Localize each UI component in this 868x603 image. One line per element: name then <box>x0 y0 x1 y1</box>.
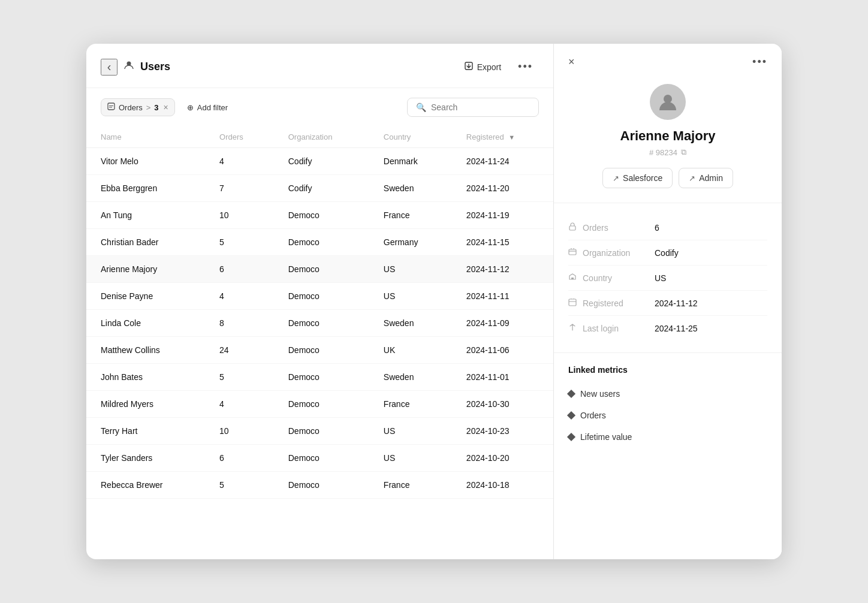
metric-diamond-icon <box>567 411 575 420</box>
table-row[interactable]: John Bates5DemocoSweden2024-11-01 <box>86 364 553 391</box>
cell-orders: 10 <box>205 202 274 229</box>
cell-orders: 6 <box>205 445 274 472</box>
cell-registered: 2024-11-11 <box>452 283 553 310</box>
cell-registered: 2024-11-15 <box>452 229 553 256</box>
filter-chip-arrow: > <box>146 103 151 112</box>
user-id-text: # 98234 <box>649 148 677 157</box>
cell-orders: 4 <box>205 283 274 310</box>
filter-chip-value: 3 <box>154 103 158 112</box>
left-panel: ‹ Users Export ••• <box>86 44 554 559</box>
table-row[interactable]: Matthew Collins24DemocoUK2024-11-06 <box>86 337 553 364</box>
right-panel: × ••• Arienne Majory # 98234 ⧉ ↗ Salesfo… <box>554 44 782 559</box>
search-input[interactable] <box>431 102 530 112</box>
cell-registered: 2024-10-18 <box>452 472 553 499</box>
col-registered[interactable]: Registered ▼ <box>452 126 553 148</box>
cell-organization: Democo <box>274 256 369 283</box>
cell-organization: Democo <box>274 418 369 445</box>
detail-more-button[interactable]: ••• <box>752 56 767 68</box>
cell-registered: 2024-11-01 <box>452 364 553 391</box>
cell-organization: Democo <box>274 445 369 472</box>
admin-label: Admin <box>699 173 723 183</box>
table-row[interactable]: Denise Payne4DemocoUS2024-11-11 <box>86 283 553 310</box>
user-profile: Arienne Majory # 98234 ⧉ ↗ Salesforce ↗ … <box>554 78 782 203</box>
field-label-1: Organization <box>583 248 655 258</box>
export-button[interactable]: Export <box>459 59 506 75</box>
salesforce-button[interactable]: ↗ Salesforce <box>602 168 673 188</box>
table-row[interactable]: Rebecca Brewer5DemocoFrance2024-10-18 <box>86 472 553 499</box>
cell-organization: Codify <box>274 175 369 202</box>
field-value-2: US <box>655 273 767 283</box>
col-name: Name <box>86 126 205 148</box>
field-label-3: Registered <box>583 299 655 308</box>
cell-orders: 10 <box>205 418 274 445</box>
detail-field-row: Last login 2024-11-25 <box>568 316 767 340</box>
cell-country: Denmark <box>369 148 452 175</box>
col-orders: Orders <box>205 126 274 148</box>
metric-item[interactable]: Lifetime value <box>568 426 767 448</box>
cell-registered: 2024-11-24 <box>452 148 553 175</box>
cell-country: Sweden <box>369 364 452 391</box>
admin-button[interactable]: ↗ Admin <box>679 168 733 188</box>
cell-orders: 8 <box>205 310 274 337</box>
close-button[interactable]: × <box>568 56 575 68</box>
copy-icon[interactable]: ⧉ <box>681 147 686 157</box>
more-options-button[interactable]: ••• <box>514 58 537 76</box>
svg-rect-7 <box>569 249 576 255</box>
cell-registered: 2024-11-09 <box>452 310 553 337</box>
left-header: ‹ Users Export ••• <box>86 44 553 88</box>
cell-name: Rebecca Brewer <box>86 472 205 499</box>
admin-ext-icon: ↗ <box>689 174 695 183</box>
table-row[interactable]: An Tung10DemocoFrance2024-11-19 <box>86 202 553 229</box>
cell-orders: 5 <box>205 472 274 499</box>
detail-user-name: Arienne Majory <box>620 128 716 144</box>
cell-orders: 5 <box>205 229 274 256</box>
cell-name: Denise Payne <box>86 283 205 310</box>
cell-registered: 2024-10-30 <box>452 391 553 418</box>
export-icon <box>464 61 474 73</box>
metric-item[interactable]: New users <box>568 383 767 405</box>
filter-chip-close[interactable]: × <box>164 102 168 112</box>
cell-name: John Bates <box>86 364 205 391</box>
cell-name: Mildred Myers <box>86 391 205 418</box>
cell-organization: Democo <box>274 310 369 337</box>
action-buttons: ↗ Salesforce ↗ Admin <box>602 168 733 188</box>
table-row[interactable]: Christian Bader5DemocoGermany2024-11-15 <box>86 229 553 256</box>
table-row[interactable]: Arienne Majory6DemocoUS2024-11-12 <box>86 256 553 283</box>
field-icon-1 <box>568 248 583 258</box>
cell-name: Terry Hart <box>86 418 205 445</box>
orders-filter-chip[interactable]: Orders > 3 × <box>101 98 175 116</box>
cell-organization: Democo <box>274 202 369 229</box>
table-row[interactable]: Terry Hart10DemocoUS2024-10-23 <box>86 418 553 445</box>
table-header-row: Name Orders Organization Country Registe… <box>86 126 553 148</box>
users-table: Name Orders Organization Country Registe… <box>86 126 553 559</box>
table-row[interactable]: Linda Cole8DemocoSweden2024-11-09 <box>86 310 553 337</box>
cell-country: France <box>369 202 452 229</box>
cell-country: UK <box>369 337 452 364</box>
cell-country: US <box>369 256 452 283</box>
table-row[interactable]: Vitor Melo4CodifyDenmark2024-11-24 <box>86 148 553 175</box>
svg-rect-3 <box>109 105 113 106</box>
table-row[interactable]: Ebba Berggren7CodifySweden2024-11-20 <box>86 175 553 202</box>
metric-diamond-icon <box>567 433 575 441</box>
back-button[interactable]: ‹ <box>101 59 117 76</box>
metric-item[interactable]: Orders <box>568 405 767 426</box>
col-organization: Organization <box>274 126 369 148</box>
detail-field-row: Orders 6 <box>568 215 767 240</box>
cell-country: Sweden <box>369 310 452 337</box>
table-row[interactable]: Tyler Sanders6DemocoUS2024-10-20 <box>86 445 553 472</box>
field-label-4: Last login <box>583 324 655 333</box>
filter-bar: Orders > 3 × ⊕ Add filter 🔍 <box>86 88 553 126</box>
col-country: Country <box>369 126 452 148</box>
cell-organization: Democo <box>274 472 369 499</box>
app-window: ‹ Users Export ••• <box>86 44 782 559</box>
cell-country: US <box>369 445 452 472</box>
table-row[interactable]: Mildred Myers4DemocoFrance2024-10-30 <box>86 391 553 418</box>
svg-rect-8 <box>571 278 574 279</box>
cell-orders: 5 <box>205 364 274 391</box>
field-label-2: Country <box>583 273 655 283</box>
cell-name: Matthew Collins <box>86 337 205 364</box>
add-filter-button[interactable]: ⊕ Add filter <box>181 100 234 116</box>
left-header-right: Export ••• <box>459 58 537 76</box>
cell-registered: 2024-11-12 <box>452 256 553 283</box>
cell-organization: Democo <box>274 337 369 364</box>
